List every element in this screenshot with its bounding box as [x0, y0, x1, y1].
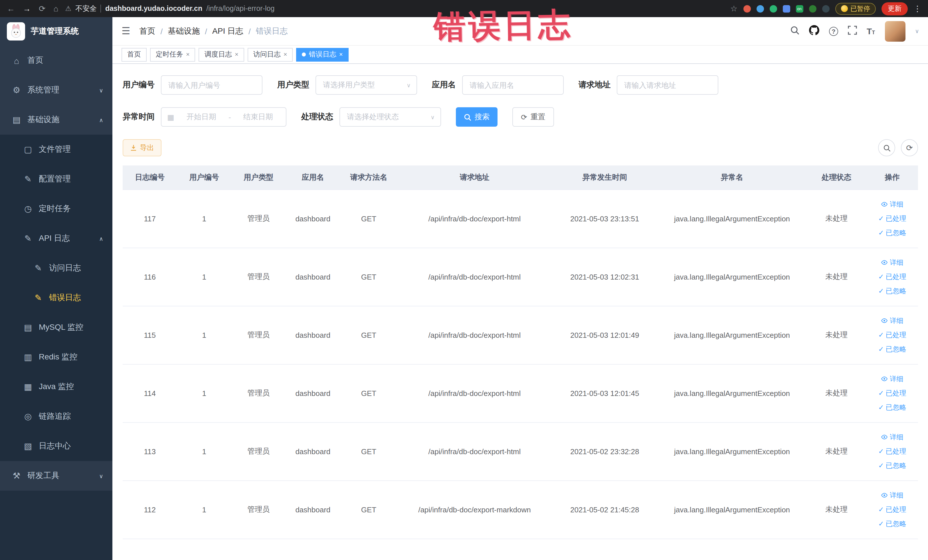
tab-scheduled-jobs[interactable]: 定时任务 × [150, 48, 195, 61]
request-url-input[interactable] [617, 75, 718, 95]
app-name-label: 应用名 [432, 80, 456, 90]
font-size-icon[interactable]: TT [867, 26, 875, 36]
user-id-input[interactable] [161, 75, 263, 95]
sidebar-item-file-manage[interactable]: ▢ 文件管理 [0, 135, 112, 164]
sidebar-item-log-center[interactable]: ▧ 日志中心 [0, 431, 112, 461]
github-icon[interactable] [809, 25, 819, 37]
home-nav-icon[interactable]: ⌂ [53, 4, 58, 13]
cell-exception: java.lang.IllegalArgumentException [658, 422, 806, 481]
mark-processed-link[interactable]: ✓已处理 [868, 386, 916, 400]
sidebar-item-label: Redis 监控 [39, 352, 77, 362]
cell-log-id: 115 [123, 306, 177, 364]
extension-icon-dark[interactable] [822, 5, 829, 12]
sidebar-item-java-monitor[interactable]: ▦ Java 监控 [0, 372, 112, 402]
extension-icon-on[interactable]: on [796, 5, 803, 12]
detail-link[interactable]: 详细 [868, 430, 916, 444]
mark-ignored-link[interactable]: ✓已忽略 [868, 400, 916, 415]
sidebar-item-config-manage[interactable]: ✎ 配置管理 [0, 164, 112, 194]
breadcrumb-item[interactable]: 首页 [139, 26, 156, 36]
mark-ignored-link[interactable]: ✓已忽略 [868, 458, 916, 473]
reload-icon[interactable]: ⟳ [39, 4, 45, 13]
tab-schedule-log[interactable]: 调度日志 × [199, 48, 244, 61]
mark-processed-link[interactable]: ✓已处理 [868, 328, 916, 342]
tab-home[interactable]: 首页 [122, 48, 147, 61]
close-icon[interactable]: × [339, 51, 343, 58]
breadcrumb-item[interactable]: API 日志 [212, 26, 243, 36]
browser-update-button[interactable]: 更新 [882, 2, 908, 15]
exception-time-label: 异常时间 [123, 112, 155, 122]
database-icon: ▤ [23, 322, 33, 333]
sidebar-item-trace[interactable]: ◎ 链路追踪 [0, 402, 112, 431]
export-button[interactable]: 导出 [123, 139, 162, 156]
sidebar-item-api-log[interactable]: ✎ API 日志 ∧ [0, 224, 112, 253]
sidebar-item-error-log[interactable]: ✎ 错误日志 [0, 283, 112, 313]
col-user-id: 用户编号 [177, 165, 232, 189]
extension-icon-green[interactable] [769, 5, 777, 12]
mark-processed-link[interactable]: ✓已处理 [868, 211, 916, 226]
tab-access-log[interactable]: 访问日志 × [247, 48, 293, 61]
sidebar-item-infra[interactable]: ▤ 基础设施 ∧ [0, 105, 112, 135]
close-icon[interactable]: × [186, 51, 190, 58]
bookmark-star-icon[interactable]: ☆ [730, 4, 737, 13]
detail-link[interactable]: 详细 [868, 314, 916, 328]
chevron-up-icon: ∧ [99, 235, 103, 242]
col-exception-time: 异常发生时间 [552, 165, 658, 189]
tab-label: 首页 [127, 50, 141, 60]
extension-icon-red[interactable] [743, 5, 751, 12]
detail-link[interactable]: 详细 [868, 255, 916, 270]
forward-icon[interactable]: → [23, 4, 31, 13]
close-icon[interactable]: × [235, 51, 238, 58]
eye-icon [881, 259, 888, 266]
mark-ignored-link[interactable]: ✓已忽略 [868, 226, 916, 240]
mark-ignored-link[interactable]: ✓已忽略 [868, 284, 916, 298]
breadcrumb-item[interactable]: 基础设施 [168, 26, 200, 36]
help-icon[interactable]: ? [829, 26, 838, 36]
avatar[interactable] [885, 21, 905, 41]
cell-status: 未处理 [806, 306, 867, 364]
hamburger-icon[interactable]: ☰ [122, 25, 130, 37]
search-icon[interactable] [790, 25, 799, 37]
caret-down-icon[interactable]: ∨ [915, 28, 919, 34]
detail-link[interactable]: 详细 [868, 488, 916, 502]
sidebar-item-access-log[interactable]: ✎ 访问日志 [0, 253, 112, 283]
sidebar-item-mysql-monitor[interactable]: ▤ MySQL 监控 [0, 313, 112, 342]
search-button[interactable]: 搜索 [456, 107, 498, 127]
toggle-search-button[interactable] [878, 139, 895, 156]
detail-link[interactable]: 详细 [868, 197, 916, 211]
back-icon[interactable]: ← [7, 4, 15, 13]
extension-icon-blue[interactable] [756, 5, 764, 12]
browser-menu-icon[interactable]: ⋮ [913, 4, 922, 13]
cell-method: GET [340, 481, 397, 539]
paused-badge[interactable]: 已暂停 [835, 3, 876, 15]
sidebar-item-dev-tools[interactable]: ⚒ 研发工具 ∨ [0, 461, 112, 491]
sidebar-item-scheduled-jobs[interactable]: ◷ 定时任务 [0, 194, 112, 224]
app-name-input[interactable] [462, 75, 564, 95]
refresh-table-button[interactable]: ⟳ [901, 139, 918, 156]
close-icon[interactable]: × [284, 51, 287, 58]
paused-badge-label: 已暂停 [850, 4, 870, 13]
process-status-select[interactable]: 请选择处理状态 ∨ [339, 107, 441, 127]
cell-actions: 详细 ✓已处理 ✓已忽略 [866, 422, 918, 481]
col-actions: 操作 [866, 165, 918, 189]
app-logo[interactable]: 芋道管理系统 [0, 17, 112, 46]
sidebar-item-home[interactable]: ⌂ 首页 [0, 46, 112, 75]
cell-status: 未处理 [806, 422, 867, 481]
mark-processed-link[interactable]: ✓已处理 [868, 270, 916, 284]
mark-ignored-link[interactable]: ✓已忽略 [868, 342, 916, 356]
mark-ignored-link[interactable]: ✓已忽略 [868, 517, 916, 531]
reset-button[interactable]: ⟳ 重置 [512, 107, 554, 127]
fullscreen-icon[interactable] [848, 25, 857, 37]
cell-method: GET [340, 248, 397, 306]
sidebar-item-system[interactable]: ⚙ 系统管理 ∨ [0, 75, 112, 105]
rabbit-logo-icon [7, 22, 25, 41]
date-range-picker[interactable]: ▦ 开始日期 - 结束日期 [161, 107, 286, 127]
sidebar-item-redis-monitor[interactable]: ▥ Redis 监控 [0, 342, 112, 372]
tab-error-log[interactable]: 错误日志 × [296, 48, 349, 61]
mark-processed-link[interactable]: ✓已处理 [868, 444, 916, 458]
address-bar[interactable]: ⚠ 不安全 dashboard.yudao.iocoder.cn /infra/… [65, 4, 723, 14]
detail-link[interactable]: 详细 [868, 372, 916, 386]
mark-processed-link[interactable]: ✓已处理 [868, 502, 916, 517]
extension-icon-tree[interactable] [809, 5, 816, 12]
user-type-select[interactable]: 请选择用户类型 ∨ [316, 75, 417, 95]
extension-icon-grid[interactable] [783, 5, 790, 12]
